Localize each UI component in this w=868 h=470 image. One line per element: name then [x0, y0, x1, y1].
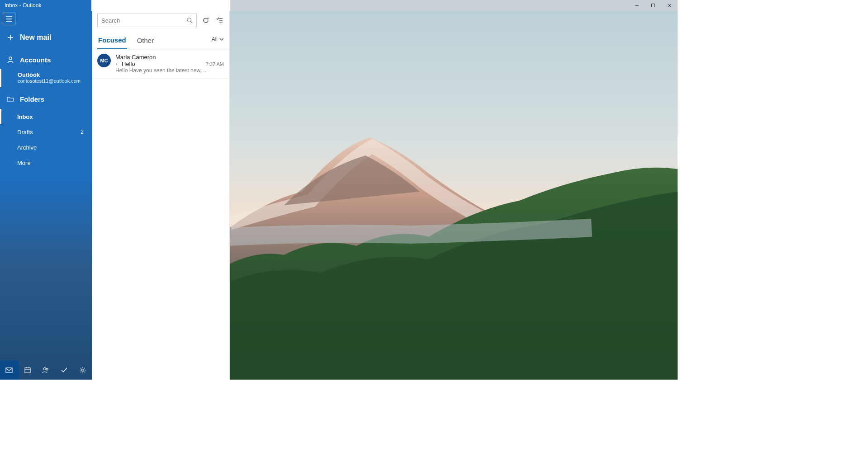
gear-icon: [79, 367, 86, 374]
people-icon: [42, 367, 49, 374]
folder-label: Archive: [17, 144, 37, 151]
folder-label: More: [17, 160, 31, 166]
folder-label: Drafts: [17, 129, 33, 136]
settings-button[interactable]: [73, 361, 92, 380]
message-preview: Hello Have you seen the latest new, ...: [115, 67, 224, 74]
avatar: MC: [97, 54, 111, 67]
account-email: contosotest11@outlook.com: [18, 78, 85, 84]
calendar-icon: [24, 367, 31, 374]
account-name: Outlook: [18, 71, 85, 78]
svg-line-19: [191, 22, 193, 24]
new-mail-button[interactable]: New mail: [0, 27, 92, 48]
minimize-button[interactable]: [629, 0, 645, 11]
tab-focused[interactable]: Focused: [97, 33, 127, 49]
folder-icon: [6, 95, 14, 103]
check-icon: [61, 367, 68, 374]
plus-icon: [6, 34, 14, 41]
chevron-right-icon: ›: [115, 61, 120, 67]
folder-count: 2: [81, 129, 84, 135]
folder-more[interactable]: More: [0, 155, 92, 170]
search-box[interactable]: [97, 14, 197, 27]
refresh-button[interactable]: [201, 16, 210, 25]
svg-point-18: [187, 18, 191, 22]
close-button[interactable]: [661, 0, 678, 11]
svg-point-9: [9, 57, 12, 60]
window-title: Inbox - Outlook: [0, 2, 41, 9]
sidebar: New mail Accounts Outlook contosotest11@…: [0, 11, 92, 380]
background-image: [230, 11, 678, 380]
folder-label: Inbox: [17, 113, 33, 120]
svg-rect-11: [25, 368, 30, 373]
search-icon: [186, 17, 193, 24]
svg-point-17: [81, 369, 84, 371]
folder-drafts[interactable]: Drafts 2: [0, 124, 92, 140]
filter-dropdown[interactable]: All: [212, 36, 224, 46]
calendar-app-button[interactable]: [19, 361, 37, 380]
folders-header[interactable]: Folders: [0, 90, 92, 108]
tab-other[interactable]: Other: [136, 34, 155, 49]
multiselect-icon: [216, 17, 223, 24]
folder-inbox[interactable]: Inbox: [0, 109, 92, 124]
mail-icon: [5, 367, 13, 374]
folder-archive[interactable]: Archive: [0, 140, 92, 155]
person-icon: [6, 56, 14, 63]
message-subject: Hello: [122, 61, 135, 67]
svg-point-15: [44, 368, 46, 370]
new-mail-label: New mail: [20, 33, 51, 42]
sidebar-bottom-bar: [0, 361, 92, 380]
account-item[interactable]: Outlook contosotest11@outlook.com: [0, 69, 92, 87]
select-mode-button[interactable]: [215, 16, 224, 25]
svg-point-16: [46, 368, 48, 370]
title-bar: Inbox - Outlook: [0, 0, 678, 11]
svg-rect-10: [6, 368, 12, 372]
todo-app-button[interactable]: [55, 361, 74, 380]
accounts-label: Accounts: [20, 56, 51, 64]
hamburger-button[interactable]: [3, 13, 15, 25]
message-time: 7:37 AM: [206, 61, 224, 67]
folders-label: Folders: [20, 95, 44, 103]
search-input[interactable]: [101, 17, 186, 24]
message-sender: Maria Cameron: [115, 54, 224, 61]
people-app-button[interactable]: [37, 361, 55, 380]
reading-pane: [230, 11, 678, 380]
filter-label: All: [212, 36, 218, 42]
mail-app-button[interactable]: [0, 361, 19, 380]
accounts-header[interactable]: Accounts: [0, 51, 92, 69]
chevron-down-icon: [219, 37, 224, 42]
message-list-pane: Focused Other All MC Maria Cameron › Hel…: [92, 11, 230, 380]
maximize-button[interactable]: [645, 0, 661, 11]
svg-rect-1: [652, 4, 655, 7]
refresh-icon: [202, 17, 209, 24]
message-item[interactable]: MC Maria Cameron › Hello 7:37 AM Hello H…: [92, 49, 229, 79]
